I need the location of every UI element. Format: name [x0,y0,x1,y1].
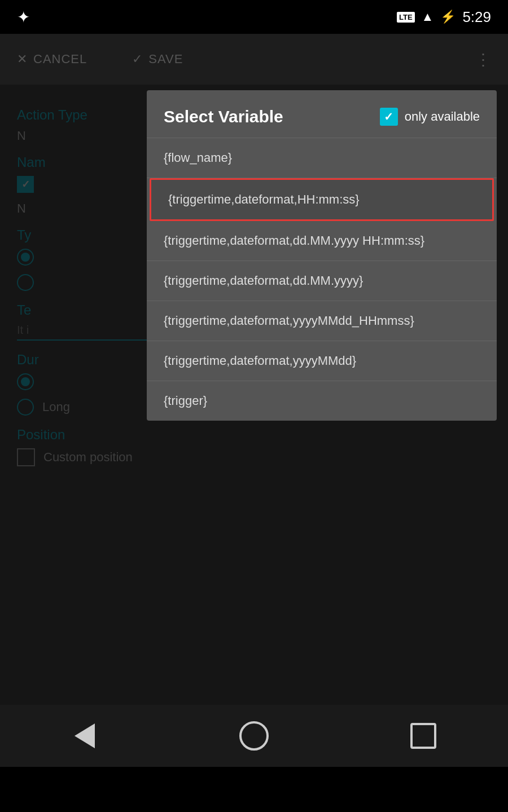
list-item-text: {triggertime,dateformat,HH:mm:ss} [168,192,360,206]
list-item-selected[interactable]: {triggertime,dateformat,HH:mm:ss} [150,178,494,221]
battery-icon: ⚡ [440,10,456,24]
lte-indicator: LTE [397,12,415,23]
list-item[interactable]: {triggertime,dateformat,dd.MM.yyyy HH:mm… [147,221,497,261]
variable-list: {flow_name} {triggertime,dateformat,HH:m… [147,138,497,421]
home-button[interactable] [237,719,271,753]
only-available-checkbox[interactable]: ✓ [380,108,398,126]
list-item-text: {flow_name} [164,151,232,165]
app-icon: ✦ [17,8,30,27]
list-item[interactable]: {triggertime,dateformat,yyyyMMdd_HHmmss} [147,301,497,341]
signal-icon: ▲ [422,10,434,24]
list-item[interactable]: {trigger} [147,381,497,421]
modal-title: Select Variable [164,107,283,126]
modal-header: Select Variable ✓ only available [147,90,497,138]
list-item-text: {triggertime,dateformat,yyyyMMdd} [164,354,356,368]
select-variable-modal: Select Variable ✓ only available {flow_n… [147,90,497,421]
app-container: ✕ CANCEL ✓ SAVE ⋮ ? Action Type N Nam ✓ … [0,34,508,767]
list-item[interactable]: {triggertime,dateformat,dd.MM.yyyy} [147,261,497,301]
list-item-text: {trigger} [164,394,207,408]
only-available-area[interactable]: ✓ only available [380,108,480,126]
list-item-text: {triggertime,dateformat,dd.MM.yyyy HH:mm… [164,233,424,248]
navigation-bar [0,705,508,767]
list-item[interactable]: {flow_name} [147,138,497,178]
recents-button[interactable] [406,719,440,753]
back-button[interactable] [68,719,102,753]
list-item[interactable]: {triggertime,dateformat,yyyyMMdd} [147,341,497,381]
only-available-label: only available [405,109,480,124]
modal-overlay: Select Variable ✓ only available {flow_n… [0,34,508,767]
status-bar: ✦ LTE ▲ ⚡ 5:29 [0,0,508,34]
list-item-text: {triggertime,dateformat,yyyyMMdd_HHmmss} [164,314,414,328]
status-time: 5:29 [462,8,491,26]
list-item-text: {triggertime,dateformat,dd.MM.yyyy} [164,273,363,288]
